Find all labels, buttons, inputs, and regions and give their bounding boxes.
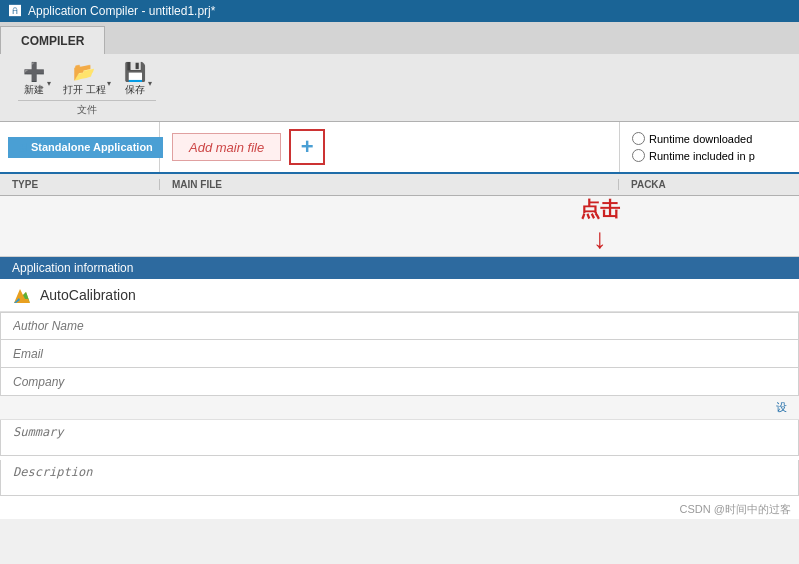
save-dropdown-arrow[interactable]: ▾: [148, 79, 152, 88]
open-icon: 📂: [72, 60, 96, 84]
app-name-text: AutoCalibration: [40, 287, 136, 303]
runtime-downloaded-radio[interactable]: [632, 132, 645, 145]
watermark: CSDN @时间中的过客: [0, 500, 799, 519]
content-toolbar: ⊞ Standalone Application Add main file +…: [0, 122, 799, 174]
ribbon-buttons: ➕ 新建 ▾ 📂 打开 工程 ▾ 💾 保存 ▾: [18, 58, 156, 98]
runtime-included-option[interactable]: Runtime included in p: [632, 149, 787, 162]
click-label: 点击: [580, 196, 620, 223]
tab-row: COMPILER: [0, 22, 799, 54]
type-column-header: TYPE: [0, 179, 160, 190]
title-text: Application Compiler - untitled1.prj*: [28, 4, 215, 18]
matlab-icon: [12, 285, 32, 305]
type-section: ⊞ Standalone Application: [0, 122, 160, 172]
new-button[interactable]: ➕ 新建 ▾: [18, 58, 55, 98]
company-field[interactable]: [0, 368, 799, 396]
save-icon: 💾: [123, 60, 147, 84]
add-main-file-placeholder: Add main file: [172, 133, 281, 161]
app-info-section: Application information AutoCalibration …: [0, 256, 799, 519]
summary-field[interactable]: [0, 420, 799, 456]
app-info-header: Application information: [0, 257, 799, 279]
runtime-included-radio[interactable]: [632, 149, 645, 162]
package-section: Runtime downloaded Runtime included in p: [619, 122, 799, 172]
runtime-downloaded-option[interactable]: Runtime downloaded: [632, 132, 787, 145]
annotation-area: 点击 ↓: [0, 196, 799, 256]
mainfile-column-header: MAIN FILE: [160, 179, 619, 190]
add-file-button[interactable]: +: [289, 129, 325, 165]
standalone-icon: ⊞: [18, 141, 27, 154]
standalone-app-button[interactable]: ⊞ Standalone Application: [8, 137, 163, 158]
column-headers: TYPE MAIN FILE PACKA: [0, 174, 799, 196]
ribbon-group-file-label: 文件: [18, 100, 156, 117]
main-file-section: Add main file +: [160, 122, 619, 172]
new-icon: ➕: [22, 60, 46, 84]
new-dropdown-arrow[interactable]: ▾: [47, 79, 51, 88]
email-field[interactable]: [0, 340, 799, 368]
down-arrow-icon: ↓: [593, 225, 607, 253]
ribbon: ➕ 新建 ▾ 📂 打开 工程 ▾ 💾 保存 ▾: [0, 54, 799, 122]
package-column-header: PACKA: [619, 179, 799, 190]
open-dropdown-arrow[interactable]: ▾: [107, 79, 111, 88]
title-bar: 🅰 Application Compiler - untitled1.prj*: [0, 0, 799, 22]
description-field[interactable]: [0, 460, 799, 496]
tab-compiler[interactable]: COMPILER: [0, 26, 105, 54]
app-icon: 🅰: [8, 4, 22, 18]
save-button[interactable]: 💾 保存 ▾: [119, 58, 156, 98]
app-name-row: AutoCalibration: [0, 279, 799, 312]
ribbon-group-file: ➕ 新建 ▾ 📂 打开 工程 ▾ 💾 保存 ▾: [8, 58, 166, 117]
open-button[interactable]: 📂 打开 工程 ▾: [59, 58, 115, 98]
click-annotation: 点击 ↓: [580, 196, 620, 253]
author-field[interactable]: [0, 312, 799, 340]
settings-link[interactable]: 设: [0, 396, 799, 420]
